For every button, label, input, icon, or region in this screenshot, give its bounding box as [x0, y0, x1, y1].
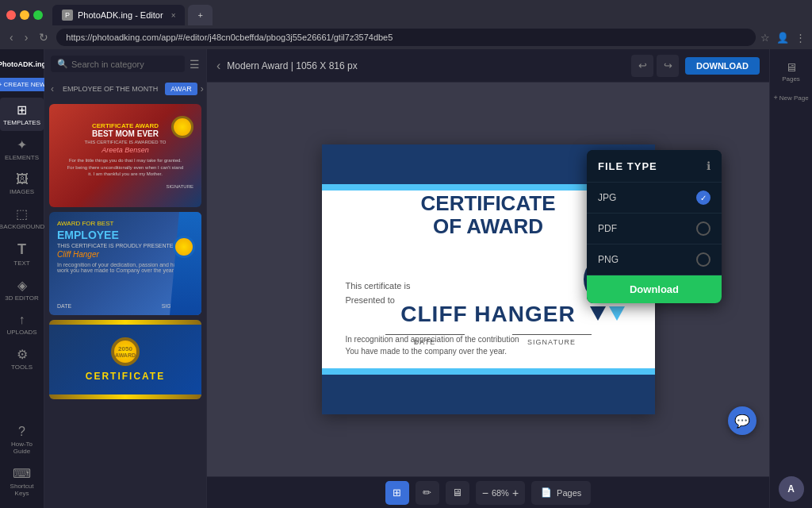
cert2-badge [173, 236, 195, 258]
sidebar-item-elements[interactable]: ✦ ELEMENTS [0, 133, 44, 166]
main-area: ‹ Modern Award | 1056 X 816 px ↩ ↪ DOWNL… [207, 49, 769, 508]
bookmark-icon[interactable]: ☆ [760, 32, 770, 44]
cert2-award: AWARD FOR BEST [57, 220, 193, 227]
radio-check-icon: ✓ [700, 194, 707, 202]
category-tab-employee[interactable]: EMPLOYEE OF THE MONTH [57, 83, 163, 95]
search-input[interactable] [71, 60, 178, 69]
elements-icon: ✦ [17, 137, 27, 152]
minimize-window-button[interactable] [20, 10, 29, 20]
sidebar-item-3d-editor[interactable]: ◈ 3D EDITOR [0, 273, 44, 306]
pages-button[interactable]: 📄 Pages [531, 481, 591, 505]
url-input[interactable] [56, 29, 756, 46]
zoom-plus-button[interactable]: + [512, 487, 519, 499]
file-type-png-option[interactable]: PNG [587, 244, 722, 275]
new-page-button[interactable]: + New Page [770, 90, 811, 105]
background-icon: ⬚ [16, 206, 28, 221]
template-panel: 🔍 ☰ ‹ EMPLOYEE OF THE MONTH AWAR › ⊞ CER… [44, 49, 207, 508]
template-card-2[interactable]: AWARD FOR BEST EMPLOYEE THIS CERTIFICATE… [49, 212, 201, 315]
sidebar-item-shortcuts[interactable]: ⌨ Shortcut Keys [0, 461, 44, 502]
menu-icon[interactable]: ⋮ [795, 32, 806, 44]
images-icon: 🖼 [16, 172, 29, 187]
sidebar-label-shortcuts: Shortcut Keys [3, 483, 40, 497]
file-type-jpg-option[interactable]: JPG ✓ [587, 183, 722, 214]
sidebar-label-3d-editor: 3D EDITOR [5, 294, 39, 302]
sidebar-label-templates: TEMPLATES [3, 119, 40, 126]
sidebar-label-background: BACKGROUND [0, 223, 44, 230]
sidebar-label-uploads: UPLOADS [6, 329, 36, 336]
screen-tool-button[interactable]: 🖥 [446, 481, 469, 505]
canvas-back-button[interactable]: ‹ [216, 59, 220, 73]
chat-bubble[interactable]: 💬 [728, 406, 756, 435]
account-icon[interactable]: 👤 [776, 32, 789, 44]
file-type-pdf-option[interactable]: PDF [587, 214, 722, 244]
search-container: 🔍 [51, 56, 185, 72]
right-pages-icon: 🖥 [785, 60, 797, 74]
cert1-signature: SIGNATURE [57, 184, 193, 189]
cert3-badge: 2050 AWARD [111, 337, 140, 366]
sidebar-item-images[interactable]: 🖼 IMAGES [0, 167, 44, 200]
category-tab-award[interactable]: AWAR [165, 83, 197, 95]
howto-icon: ? [18, 425, 25, 439]
tab-favicon: P [62, 10, 73, 21]
cert3-title: CERTIFICATE [86, 371, 165, 382]
sidebar-label-elements: ELEMENTS [5, 154, 39, 161]
download-button[interactable]: DOWNLOAD [685, 57, 760, 75]
close-window-button[interactable] [6, 10, 16, 20]
user-avatar[interactable]: A [779, 476, 804, 502]
file-type-jpg-label: JPG [598, 192, 616, 203]
template-card-3[interactable]: 2050 AWARD CERTIFICATE [49, 320, 201, 399]
download-green-button[interactable]: Download [587, 275, 722, 303]
draw-tool-button[interactable]: ✏ [416, 481, 439, 505]
grid-view-icon[interactable]: ☰ [190, 58, 200, 71]
forward-button[interactable]: › [21, 29, 32, 45]
cert-sig-line [512, 334, 592, 335]
cert-ribbon-right [609, 306, 625, 321]
sidebar-item-templates[interactable]: ⊞ TEMPLATES [0, 98, 44, 131]
sidebar-item-text[interactable]: T TEXT [0, 237, 44, 271]
redo-button[interactable]: ↪ [657, 55, 679, 77]
cert-ribbon-left [590, 306, 606, 321]
sidebar-item-howto[interactable]: ? How-To Guide [0, 420, 44, 460]
category-next-button[interactable]: › [199, 82, 205, 96]
shortcuts-icon: ⌨ [13, 466, 31, 481]
text-icon: T [17, 241, 26, 258]
sidebar-item-tools[interactable]: ⚙ TOOLS [0, 342, 44, 375]
file-type-jpg-radio[interactable]: ✓ [696, 190, 710, 205]
template-preview-2: AWARD FOR BEST EMPLOYEE THIS CERTIFICATE… [49, 212, 201, 315]
tab-close-button[interactable]: × [171, 11, 176, 20]
file-type-pdf-radio[interactable] [696, 221, 710, 236]
window-controls [6, 10, 43, 20]
sidebar-item-background[interactable]: ⬚ BACKGROUND [0, 202, 44, 235]
sidebar-item-uploads[interactable]: ↑ UPLOADS [0, 308, 44, 341]
cert2-title: EMPLOYEE [57, 229, 193, 241]
category-prev-button[interactable]: ‹ [49, 82, 56, 96]
tools-icon: ⚙ [17, 347, 28, 362]
grid-tool-button[interactable]: ⊞ [385, 481, 409, 505]
maximize-window-button[interactable] [33, 10, 43, 20]
cert2-swoosh [170, 212, 201, 315]
cert3-badge-year: 2050 [115, 346, 136, 352]
new-page-plus-icon: + [773, 94, 777, 102]
create-new-button[interactable]: + CREATE NEW [0, 78, 50, 91]
category-tabs: ‹ EMPLOYEE OF THE MONTH AWAR › ⊞ [44, 79, 206, 99]
undo-button[interactable]: ↩ [631, 55, 653, 77]
new-tab-button[interactable]: + [188, 5, 212, 25]
file-type-dropdown: FILE TYPE ℹ JPG ✓ PDF PNG Dow [587, 150, 722, 303]
pages-label: Pages [557, 488, 581, 498]
cert1-medal [171, 116, 193, 138]
active-tab[interactable]: P PhotoADK.ing - Editor × [52, 5, 185, 25]
cert3-gold-bar-top [49, 320, 201, 325]
file-type-png-radio[interactable] [696, 252, 710, 267]
template-card-1[interactable]: CERTIFICATE AWARD BEST MOM EVER THIS CER… [49, 104, 201, 207]
info-icon[interactable]: ℹ [707, 160, 710, 172]
dropdown-header: FILE TYPE ℹ [587, 150, 722, 183]
zoom-minus-button[interactable]: − [482, 487, 488, 499]
right-pages-button[interactable]: 🖥 Pages [772, 56, 810, 87]
right-sidebar: 🖥 Pages + New Page A [769, 49, 812, 508]
back-button[interactable]: ‹ [6, 29, 17, 45]
refresh-button[interactable]: ↻ [36, 29, 52, 45]
cert-date-label: DATE [385, 338, 465, 346]
3d-editor-icon: ◈ [17, 278, 27, 293]
undo-redo-group: ↩ ↪ [631, 55, 679, 77]
template-grid: CERTIFICATE AWARD BEST MOM EVER THIS CER… [44, 99, 206, 508]
